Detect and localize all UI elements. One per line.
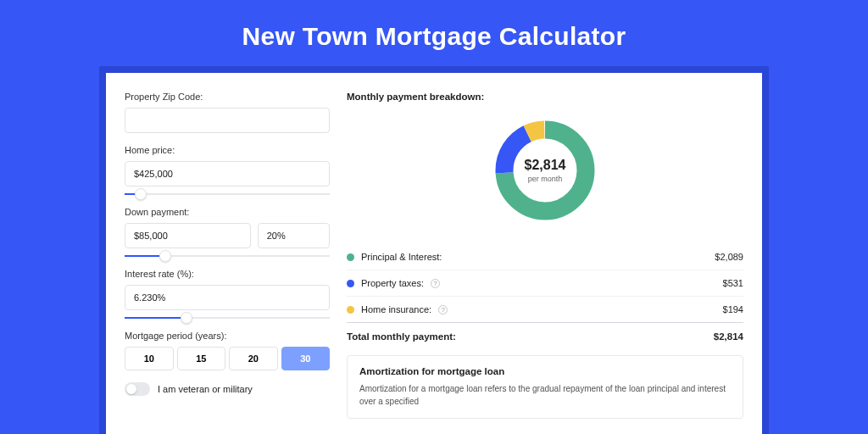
legend-value-taxes: $531 [723, 278, 743, 288]
price-slider-thumb[interactable] [135, 188, 147, 200]
donut-wrap: $2,814 per month [347, 112, 743, 239]
help-icon[interactable]: ? [438, 305, 448, 314]
legend-value-insurance: $194 [723, 304, 743, 314]
donut-sub: per month [528, 175, 563, 183]
calculator-panel: Property Zip Code: Home price: Down paym… [106, 73, 762, 434]
field-period: Mortgage period (years): 10 15 20 30 [125, 331, 330, 370]
payment-donut: $2,814 per month [492, 117, 598, 224]
legend-row-insurance: Home insurance: ? $194 [347, 297, 743, 323]
legend: Principal & Interest: $2,089 Property ta… [347, 244, 743, 323]
period-15[interactable]: 15 [177, 347, 226, 370]
price-slider[interactable] [125, 193, 330, 195]
form-column: Property Zip Code: Home price: Down paym… [125, 92, 330, 419]
amort-heading: Amortization for mortgage loan [359, 366, 731, 376]
help-icon[interactable]: ? [431, 279, 440, 288]
dot-blue-icon [347, 280, 354, 287]
down-input[interactable] [125, 223, 251, 248]
breakdown-heading: Monthly payment breakdown: [347, 92, 743, 102]
dot-yellow-icon [347, 306, 354, 314]
field-price: Home price: [125, 145, 330, 195]
down-slider-thumb[interactable] [159, 250, 171, 262]
field-zip: Property Zip Code: [125, 92, 330, 133]
amort-box: Amortization for mortgage loan Amortizat… [347, 355, 743, 419]
field-rate: Interest rate (%): [125, 269, 330, 319]
rate-input[interactable] [125, 285, 330, 310]
price-input[interactable] [125, 161, 330, 186]
down-label: Down payment: [125, 207, 330, 217]
veteran-row: I am veteran or military [125, 382, 330, 396]
rate-slider-thumb[interactable] [181, 312, 192, 324]
legend-label-insurance: Home insurance: [361, 304, 431, 314]
donut-value: $2,814 [525, 158, 566, 173]
period-20[interactable]: 20 [229, 347, 278, 370]
down-pct-input[interactable] [258, 223, 330, 248]
legend-label-principal: Principal & Interest: [361, 252, 442, 262]
zip-label: Property Zip Code: [125, 92, 330, 102]
rate-slider[interactable] [125, 317, 330, 319]
legend-row-taxes: Property taxes: ? $531 [347, 270, 743, 297]
legend-value-principal: $2,089 [715, 252, 743, 262]
legend-row-principal: Principal & Interest: $2,089 [347, 244, 743, 270]
down-slider[interactable] [125, 255, 330, 257]
amort-text: Amortization for a mortgage loan refers … [359, 383, 731, 408]
period-10[interactable]: 10 [125, 347, 174, 370]
veteran-label: I am veteran or military [158, 384, 253, 394]
field-down: Down payment: [125, 207, 330, 257]
price-label: Home price: [125, 145, 330, 155]
legend-label-taxes: Property taxes: [361, 278, 424, 288]
veteran-toggle[interactable] [125, 382, 150, 396]
dot-green-icon [347, 253, 354, 261]
rate-label: Interest rate (%): [125, 269, 330, 279]
zip-input[interactable] [125, 108, 330, 133]
total-label: Total monthly payment: [347, 331, 456, 342]
period-30[interactable]: 30 [281, 347, 331, 370]
page-title: New Town Mortgage Calculator [0, 0, 868, 66]
donut-center: $2,814 per month [492, 117, 598, 224]
period-buttons: 10 15 20 30 [125, 347, 330, 370]
period-label: Mortgage period (years): [125, 331, 330, 341]
results-column: Monthly payment breakdown: $2,814 per mo… [347, 92, 743, 419]
total-row: Total monthly payment: $2,814 [347, 323, 743, 355]
total-value: $2,814 [714, 331, 743, 342]
panel-wrap: Property Zip Code: Home price: Down paym… [99, 66, 769, 434]
